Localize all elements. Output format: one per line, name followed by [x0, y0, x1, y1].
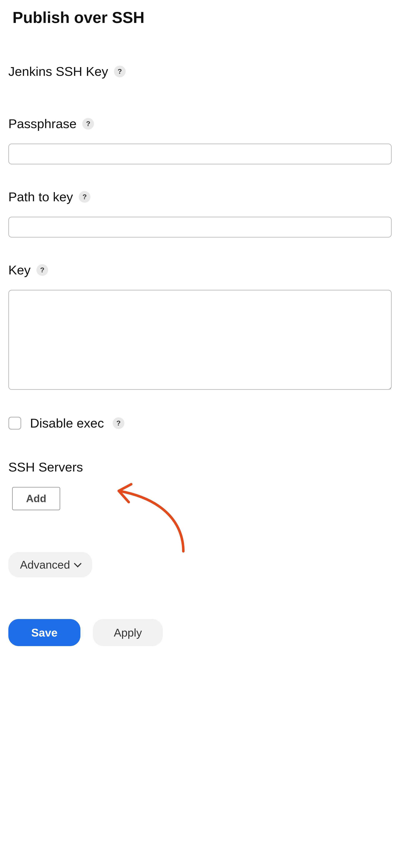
- passphrase-label: Passphrase: [8, 116, 76, 131]
- key-field: Key ?: [8, 262, 392, 391]
- help-icon[interactable]: ?: [113, 417, 124, 429]
- key-label-row: Key ?: [8, 262, 392, 277]
- ssh-servers-heading: SSH Servers: [8, 460, 392, 474]
- help-icon[interactable]: ?: [36, 264, 48, 276]
- disable-exec-label: Disable exec: [30, 416, 104, 430]
- advanced-button-label: Advanced: [20, 558, 70, 571]
- add-server-button[interactable]: Add: [12, 487, 60, 510]
- jenkins-ssh-key-label: Jenkins SSH Key: [8, 64, 108, 79]
- section-title: Publish over SSH: [8, 8, 392, 27]
- ssh-servers-section: SSH Servers Add Advanced: [8, 460, 392, 577]
- advanced-wrap: Advanced: [8, 552, 392, 577]
- path-to-key-field: Path to key ?: [8, 189, 392, 238]
- path-to-key-input[interactable]: [8, 217, 392, 238]
- path-to-key-label: Path to key: [8, 189, 73, 204]
- form-buttons-row: Save Apply: [8, 619, 392, 646]
- apply-button[interactable]: Apply: [93, 619, 163, 646]
- jenkins-ssh-key-heading-block: Jenkins SSH Key ?: [8, 64, 392, 79]
- path-to-key-label-row: Path to key ?: [8, 189, 392, 204]
- annotation-arrow-icon: [106, 474, 198, 558]
- disable-exec-checkbox[interactable]: [8, 417, 21, 430]
- chevron-down-icon: [74, 560, 82, 567]
- help-icon[interactable]: ?: [114, 66, 126, 77]
- key-textarea[interactable]: [8, 290, 392, 390]
- passphrase-input[interactable]: [8, 144, 392, 164]
- help-icon[interactable]: ?: [82, 118, 94, 130]
- help-icon[interactable]: ?: [79, 191, 90, 203]
- passphrase-label-row: Passphrase ?: [8, 116, 392, 131]
- save-button[interactable]: Save: [8, 619, 81, 646]
- advanced-button[interactable]: Advanced: [8, 552, 92, 577]
- jenkins-ssh-key-label-row: Jenkins SSH Key ?: [8, 64, 392, 79]
- key-label: Key: [8, 262, 31, 277]
- disable-exec-row: Disable exec ?: [8, 416, 392, 430]
- passphrase-field: Passphrase ?: [8, 116, 392, 164]
